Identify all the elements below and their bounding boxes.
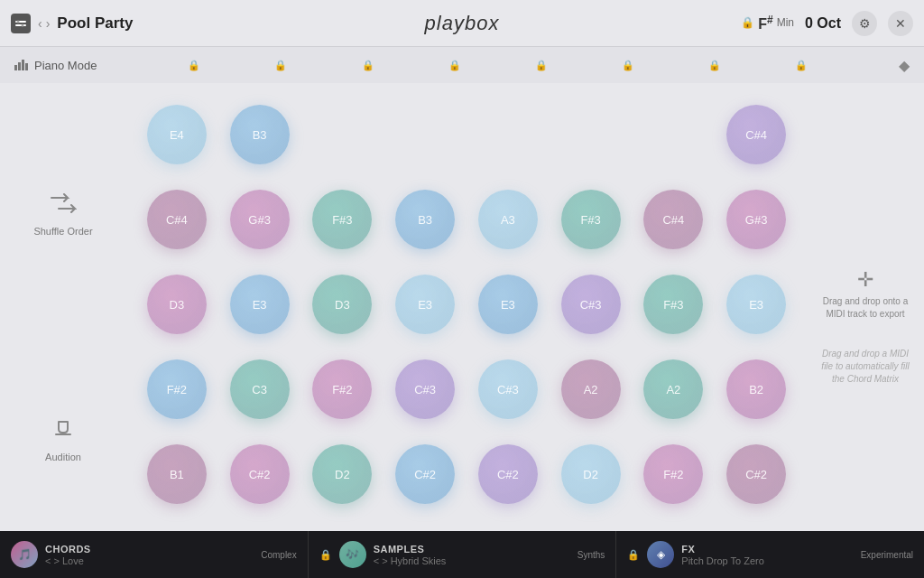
note-ball-E3[interactable]: E3	[726, 275, 786, 334]
right-sidebar: ✛ Drag and drop onto a MIDI track to exp…	[807, 83, 924, 571]
bottom-bar: 🎵CHORDS< > LoveComplex🔒🎶SAMPLES< > Hybri…	[0, 531, 924, 578]
svg-rect-5	[18, 62, 21, 70]
note-ball-Cs2[interactable]: C#2	[726, 444, 786, 504]
note-ball-Fs3[interactable]: F#3	[643, 275, 703, 334]
section-icon-fx: ◈	[647, 541, 674, 568]
lock-4: 🔒	[448, 60, 461, 71]
svg-rect-1	[15, 24, 26, 26]
section-sub-fx: Pitch Drop To Zero	[681, 555, 764, 566]
header: ‹ › Pool Party playbox 🔒 F# Min 0 Oct ⚙ …	[0, 0, 924, 47]
note-ball-E3[interactable]: E3	[230, 275, 290, 334]
svg-point-3	[22, 23, 24, 26]
bottom-section-fx[interactable]: 🔒◈FXPitch Drop To ZeroExperimental	[616, 531, 924, 578]
grid-row-4: B1C#2D2C#2C#2D2F#2C#2	[126, 444, 807, 504]
diamond-icon[interactable]: ◆	[899, 57, 910, 74]
section-tag-chords: Complex	[261, 550, 296, 560]
section-lock-fx: 🔒	[627, 549, 640, 561]
svg-point-2	[17, 20, 20, 23]
note-ball-Cs4[interactable]: C#4	[643, 190, 703, 249]
header-left: ‹ › Pool Party	[11, 14, 133, 33]
lock-8: 🔒	[795, 60, 808, 71]
note-ball-C3[interactable]: C3	[230, 359, 290, 419]
bottom-section-chords[interactable]: 🎵CHORDS< > LoveComplex	[0, 531, 309, 578]
section-tag-samples: Synths	[578, 550, 605, 560]
drag-midi-info: Drag and drop a MIDI file to automatical…	[816, 348, 915, 386]
note-ball-B3[interactable]: B3	[395, 190, 455, 249]
note-ball-Cs3[interactable]: C#3	[561, 275, 621, 334]
note-ball-D2[interactable]: D2	[561, 444, 621, 504]
piano-mode-bar: Piano Mode 🔒 🔒 🔒 🔒 🔒 🔒 🔒 🔒 ◆	[0, 47, 924, 83]
note-ball-B2[interactable]: B2	[726, 359, 786, 419]
section-icon-samples: 🎶	[339, 541, 366, 568]
note-ball-Cs3[interactable]: C#3	[478, 359, 538, 419]
note-ball-Gs3[interactable]: G#3	[230, 190, 290, 249]
note-ball-Cs2[interactable]: C#2	[230, 444, 290, 504]
shuffle-order-button[interactable]: Shuffle Order	[33, 191, 92, 237]
drag-midi-text: Drag and drop a MIDI file to automatical…	[816, 348, 915, 386]
piano-bar-locks: 🔒 🔒 🔒 🔒 🔒 🔒 🔒 🔒	[151, 60, 845, 71]
note-ball-D3[interactable]: D3	[312, 275, 372, 334]
section-text-samples: SAMPLES< > Hybrid Skies	[374, 544, 447, 566]
note-ball-Fs2[interactable]: F#2	[643, 444, 703, 504]
key-note: F#	[758, 14, 772, 33]
note-ball-Cs3[interactable]: C#3	[395, 359, 455, 419]
logo-icon	[11, 14, 31, 33]
drag-export-button[interactable]: ✛ Drag and drop onto a MIDI track to exp…	[816, 268, 915, 321]
section-icon-chords: 🎵	[11, 541, 38, 568]
section-icon-wrap-fx: ◈	[647, 541, 674, 568]
note-ball-Gs3[interactable]: G#3	[726, 190, 786, 249]
svg-rect-7	[25, 63, 28, 70]
note-ball-E3[interactable]: E3	[395, 275, 455, 334]
octave-display[interactable]: 0 Oct	[805, 15, 841, 32]
main-area: Shuffle Order Audition E4B3C#4C#4G#3F#3B…	[0, 83, 924, 571]
nav-back[interactable]: ‹	[38, 16, 42, 31]
bar-chart-icon	[14, 58, 29, 73]
note-ball-A2[interactable]: A2	[643, 359, 703, 419]
svg-rect-6	[22, 60, 24, 70]
note-ball-A2[interactable]: A2	[561, 359, 621, 419]
bottom-section-samples[interactable]: 🔒🎶SAMPLES< > Hybrid SkiesSynths	[309, 531, 617, 578]
chord-grid: E4B3C#4C#4G#3F#3B3A3F#3C#4G#3D3E3D3E3E3C…	[126, 83, 807, 571]
lock-6: 🔒	[622, 60, 634, 71]
note-ball-Fs3[interactable]: F#3	[561, 190, 621, 249]
note-ball-D3[interactable]: D3	[147, 275, 207, 334]
left-sidebar: Shuffle Order Audition	[0, 83, 126, 571]
note-ball-A3[interactable]: A3	[478, 190, 538, 249]
settings-button[interactable]: ⚙	[852, 11, 877, 36]
lock-3: 🔒	[362, 60, 374, 71]
grid-row-1: C#4G#3F#3B3A3F#3C#4G#3	[126, 190, 807, 249]
note-ball-E4[interactable]: E4	[147, 105, 207, 164]
key-indicator: 🔒 F# Min	[741, 14, 794, 33]
note-ball-Fs2[interactable]: F#2	[147, 359, 207, 419]
note-ball-Cs4[interactable]: C#4	[147, 190, 207, 249]
note-ball-D2[interactable]: D2	[312, 444, 372, 504]
note-ball-B3[interactable]: B3	[230, 105, 290, 164]
note-ball-Fs2[interactable]: F#2	[312, 359, 372, 419]
close-button[interactable]: ✕	[888, 11, 913, 36]
note-ball-Cs2[interactable]: C#2	[395, 444, 455, 504]
section-icon-wrap-samples: 🎶	[339, 541, 366, 568]
note-ball-E3[interactable]: E3	[478, 275, 538, 334]
section-sub-chords: < > Love	[45, 555, 91, 566]
svg-rect-4	[14, 65, 17, 70]
shuffle-label: Shuffle Order	[33, 226, 92, 237]
note-ball-B1[interactable]: B1	[147, 444, 207, 504]
note-ball-Cs2[interactable]: C#2	[478, 444, 538, 504]
section-name-fx: FX	[681, 544, 764, 555]
section-icon-wrap-chords: 🎵	[11, 541, 38, 568]
section-name-samples: SAMPLES	[374, 544, 447, 555]
grid-row-3: F#2C3F#2C#3C#3A2A2B2	[126, 359, 807, 419]
note-ball-Fs3[interactable]: F#3	[312, 190, 372, 249]
note-ball-Cs4[interactable]: C#4	[726, 105, 786, 164]
section-tag-fx: Experimental	[861, 550, 913, 560]
section-sub-samples: < > Hybrid Skies	[374, 555, 447, 566]
lock-2: 🔒	[274, 60, 287, 71]
nav-forward[interactable]: ›	[46, 16, 51, 31]
header-nav: ‹ ›	[38, 16, 50, 31]
piano-mode-label[interactable]: Piano Mode	[14, 58, 97, 73]
lock-5: 🔒	[535, 60, 548, 71]
audition-button[interactable]: Audition	[45, 416, 81, 462]
key-mode: Min	[777, 16, 794, 29]
move-icon: ✛	[857, 268, 873, 292]
section-lock-samples: 🔒	[319, 549, 332, 561]
